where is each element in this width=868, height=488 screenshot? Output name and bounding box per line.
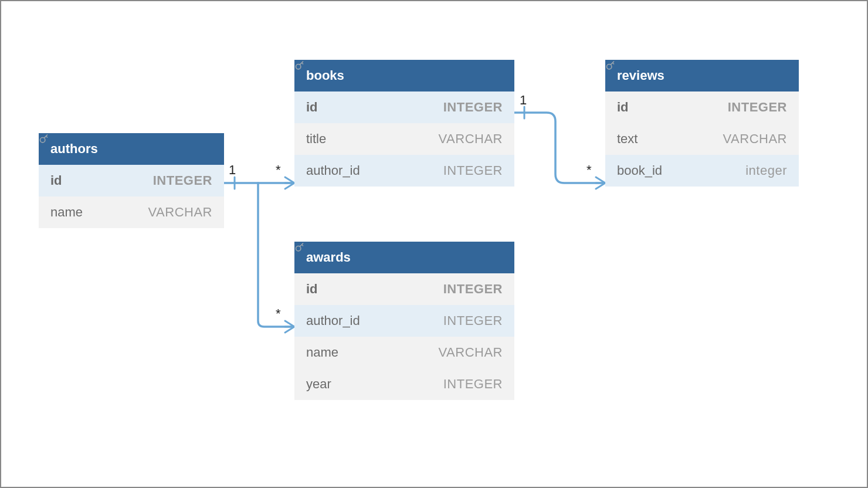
table-awards-header: awards xyxy=(294,242,514,273)
table-books-row-title: title VARCHAR xyxy=(294,123,514,155)
table-books-header: books xyxy=(294,60,514,92)
svg-point-6 xyxy=(296,246,301,251)
table-awards-row-year: year INTEGER xyxy=(294,368,514,400)
rel-authors-books-many xyxy=(285,177,294,189)
table-books[interactable]: books id INTEGER title VARCHAR author_id… xyxy=(294,60,514,187)
card-books-reviews-one: 1 xyxy=(520,93,527,108)
table-reviews-row-text: text VARCHAR xyxy=(605,123,799,155)
table-awards-row-id: id INTEGER xyxy=(294,273,514,305)
er-diagram-canvas: 1 * * 1 * authors id INTEGER name VARCHA… xyxy=(0,0,868,488)
table-books-row-id: id INTEGER xyxy=(294,92,514,123)
table-awards[interactable]: awards id INTEGER author_id INTEGER name… xyxy=(294,242,514,400)
table-reviews[interactable]: reviews id INTEGER text VARCHAR book_id … xyxy=(605,60,799,187)
table-authors[interactable]: authors id INTEGER name VARCHAR xyxy=(39,133,224,228)
table-authors-header: authors xyxy=(39,133,224,165)
table-authors-row-name: name VARCHAR xyxy=(39,196,224,228)
table-reviews-row-id: id INTEGER xyxy=(605,92,799,123)
table-reviews-header: reviews xyxy=(605,60,799,92)
table-reviews-row-book-id: book_id integer xyxy=(605,155,799,187)
rel-authors-awards-many xyxy=(285,321,294,333)
table-awards-row-author-id: author_id INTEGER xyxy=(294,305,514,337)
table-awards-row-name: name VARCHAR xyxy=(294,337,514,368)
card-awards-many: * xyxy=(276,306,281,321)
card-authors-one: 1 xyxy=(229,162,236,178)
rel-books-reviews-many xyxy=(596,177,605,189)
table-authors-row-id: id INTEGER xyxy=(39,165,224,196)
card-books-many: * xyxy=(276,162,281,178)
rel-authors-awards xyxy=(258,183,294,327)
card-reviews-many: * xyxy=(586,162,592,178)
table-books-row-author-id: author_id INTEGER xyxy=(294,155,514,187)
svg-point-5 xyxy=(296,65,301,69)
